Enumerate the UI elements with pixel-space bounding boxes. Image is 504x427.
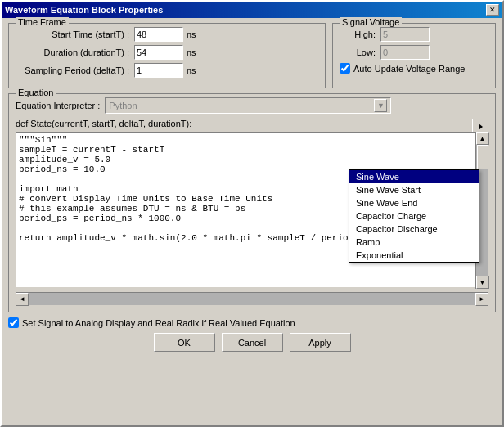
template-dropdown: Sine Wave Sine Wave Start Sine Wave End … <box>349 169 479 263</box>
cancel-button[interactable]: Cancel <box>222 333 283 352</box>
dropdown-item-capacitor-charge[interactable]: Capacitor Charge <box>349 209 479 222</box>
signal-voltage-label: Signal Voltage <box>340 17 402 27</box>
analog-display-checkbox[interactable] <box>8 317 19 328</box>
scroll-right-button[interactable]: ► <box>475 293 488 306</box>
window-title: Waveform Equation Block Properties <box>5 5 163 15</box>
scroll-thumb[interactable] <box>477 145 488 169</box>
ok-button[interactable]: OK <box>154 333 215 352</box>
interp-label: Equation Interpreter : <box>16 101 100 110</box>
signal-voltage-group: Signal Voltage High: Low: Auto Update Vo… <box>332 23 496 88</box>
h-scroll-track <box>29 293 475 305</box>
start-time-row: Start Time (startT) : ns <box>16 27 318 42</box>
main-window: Waveform Equation Block Properties ✕ Tim… <box>0 0 504 427</box>
bottom-buttons: OK Cancel Apply <box>8 333 496 352</box>
auto-update-label: Auto Update Voltage Range <box>353 64 465 74</box>
start-time-label: Start Time (startT) : <box>16 29 134 39</box>
low-input <box>380 45 430 60</box>
dropdown-item-exponential[interactable]: Exponential <box>349 249 479 262</box>
top-row: Time Frame Start Time (startT) : ns Dura… <box>8 23 496 93</box>
start-time-input[interactable] <box>134 27 183 42</box>
interpreter-combo[interactable]: Python ▼ <box>105 97 391 114</box>
scroll-up-button[interactable]: ▲ <box>476 132 489 145</box>
template-arrow-icon <box>479 124 483 130</box>
interpreter-value: Python <box>109 101 137 110</box>
high-input <box>380 27 430 42</box>
equation-label: Equation <box>16 88 56 97</box>
title-bar: Waveform Equation Block Properties ✕ <box>2 2 502 18</box>
func-def-text: def State(currentT, startT, deltaT, dura… <box>16 119 488 128</box>
combo-arrow-icon[interactable]: ▼ <box>374 99 387 112</box>
dropdown-item-sine-wave-start[interactable]: Sine Wave Start <box>349 183 479 196</box>
low-row: Low: <box>340 45 488 60</box>
close-button[interactable]: ✕ <box>486 4 499 16</box>
scroll-left-button[interactable]: ◄ <box>16 293 29 306</box>
time-frame-label: Time Frame <box>16 17 69 27</box>
start-time-unit: ns <box>187 29 196 39</box>
duration-row: Duration (durationT) : ns <box>16 45 318 60</box>
interpreter-row: Equation Interpreter : Python ▼ <box>16 97 488 114</box>
low-label: Low: <box>340 47 380 57</box>
dropdown-item-sine-wave-end[interactable]: Sine Wave End <box>349 196 479 209</box>
time-frame-group: Time Frame Start Time (startT) : ns Dura… <box>8 23 326 88</box>
high-row: High: <box>340 27 488 42</box>
analog-display-label: Set Signal to Analog Display and Real Ra… <box>22 318 295 328</box>
duration-unit: ns <box>187 47 196 57</box>
signal-checkbox-row: Set Signal to Analog Display and Real Ra… <box>8 317 496 328</box>
horizontal-scrollbar[interactable]: ◄ ► <box>16 292 488 305</box>
sampling-unit: ns <box>187 65 196 75</box>
sampling-input[interactable] <box>134 63 183 78</box>
apply-button[interactable]: Apply <box>290 333 351 352</box>
auto-update-checkbox[interactable] <box>340 63 350 74</box>
auto-update-row: Auto Update Voltage Range <box>340 63 488 74</box>
dropdown-item-capacitor-discharge[interactable]: Capacitor Discharge <box>349 222 479 236</box>
high-label: High: <box>340 29 380 39</box>
dropdown-item-sine-wave[interactable]: Sine Wave <box>349 170 479 183</box>
sampling-row: Sampling Period (deltaT) : ns <box>16 63 318 78</box>
scroll-down-button[interactable]: ▼ <box>476 276 489 289</box>
dropdown-item-ramp[interactable]: Ramp <box>349 236 479 249</box>
sampling-label: Sampling Period (deltaT) : <box>16 65 134 75</box>
duration-input[interactable] <box>134 45 183 60</box>
func-def-row: def State(currentT, startT, deltaT, dura… <box>16 119 488 128</box>
duration-label: Duration (durationT) : <box>16 47 134 57</box>
